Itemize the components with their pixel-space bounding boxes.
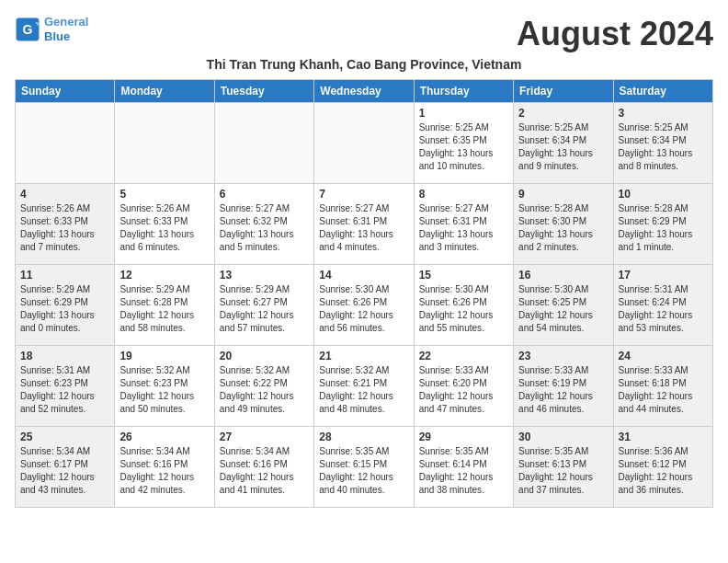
- day-info: Sunrise: 5:29 AMSunset: 6:29 PMDaylight:…: [20, 283, 109, 335]
- logo-text: General Blue: [44, 15, 88, 43]
- day-info: Sunrise: 5:27 AMSunset: 6:31 PMDaylight:…: [319, 202, 408, 254]
- calendar-cell: [314, 103, 414, 184]
- day-number: 28: [319, 431, 408, 443]
- weekday-header-tuesday: Tuesday: [214, 80, 313, 103]
- calendar-cell: 19Sunrise: 5:32 AMSunset: 6:23 PMDayligh…: [115, 346, 214, 427]
- weekday-header-monday: Monday: [115, 80, 214, 103]
- day-number: 8: [419, 188, 508, 201]
- calendar-cell: [115, 103, 214, 184]
- calendar-table: SundayMondayTuesdayWednesdayThursdayFrid…: [15, 79, 713, 508]
- calendar-cell: [214, 103, 313, 184]
- calendar-cell: 7Sunrise: 5:27 AMSunset: 6:31 PMDaylight…: [314, 184, 414, 265]
- day-number: 31: [619, 431, 708, 443]
- day-number: 19: [119, 350, 209, 362]
- logo-line1: General: [44, 15, 88, 29]
- calendar-cell: 14Sunrise: 5:30 AMSunset: 6:26 PMDayligh…: [314, 265, 414, 346]
- calendar-cell: 15Sunrise: 5:30 AMSunset: 6:26 PMDayligh…: [414, 265, 513, 346]
- day-number: 25: [20, 431, 109, 443]
- calendar-cell: 6Sunrise: 5:27 AMSunset: 6:32 PMDaylight…: [214, 184, 313, 265]
- week-row-4: 18Sunrise: 5:31 AMSunset: 6:23 PMDayligh…: [16, 346, 713, 427]
- day-info: Sunrise: 5:34 AMSunset: 6:17 PMDaylight:…: [20, 445, 109, 497]
- day-number: 27: [220, 431, 309, 443]
- calendar-cell: 26Sunrise: 5:34 AMSunset: 6:16 PMDayligh…: [115, 427, 214, 508]
- calendar-cell: 20Sunrise: 5:32 AMSunset: 6:22 PMDayligh…: [214, 346, 313, 427]
- day-info: Sunrise: 5:36 AMSunset: 6:12 PMDaylight:…: [619, 445, 708, 497]
- day-number: 1: [419, 107, 508, 120]
- weekday-header-saturday: Saturday: [613, 80, 712, 103]
- calendar-cell: 22Sunrise: 5:33 AMSunset: 6:20 PMDayligh…: [414, 346, 513, 427]
- day-number: 5: [119, 188, 209, 201]
- calendar-cell: 29Sunrise: 5:35 AMSunset: 6:14 PMDayligh…: [414, 427, 513, 508]
- day-number: 9: [518, 188, 608, 201]
- weekday-header-row: SundayMondayTuesdayWednesdayThursdayFrid…: [16, 80, 713, 103]
- day-number: 11: [20, 269, 109, 282]
- calendar-cell: 11Sunrise: 5:29 AMSunset: 6:29 PMDayligh…: [16, 265, 115, 346]
- day-info: Sunrise: 5:32 AMSunset: 6:23 PMDaylight:…: [119, 364, 209, 416]
- day-number: 24: [619, 350, 708, 362]
- day-info: Sunrise: 5:29 AMSunset: 6:28 PMDaylight:…: [119, 283, 209, 335]
- day-info: Sunrise: 5:28 AMSunset: 6:29 PMDaylight:…: [619, 202, 708, 254]
- day-info: Sunrise: 5:27 AMSunset: 6:31 PMDaylight:…: [419, 202, 508, 254]
- calendar-cell: 10Sunrise: 5:28 AMSunset: 6:29 PMDayligh…: [613, 184, 712, 265]
- day-number: 26: [119, 431, 209, 443]
- day-info: Sunrise: 5:28 AMSunset: 6:30 PMDaylight:…: [518, 202, 608, 254]
- day-number: 2: [518, 107, 608, 120]
- calendar-cell: 12Sunrise: 5:29 AMSunset: 6:28 PMDayligh…: [115, 265, 214, 346]
- day-number: 16: [518, 269, 608, 282]
- day-number: 3: [619, 107, 708, 120]
- day-info: Sunrise: 5:34 AMSunset: 6:16 PMDaylight:…: [220, 445, 309, 497]
- day-number: 13: [220, 269, 309, 282]
- day-number: 6: [220, 188, 309, 201]
- calendar-cell: 4Sunrise: 5:26 AMSunset: 6:33 PMDaylight…: [16, 184, 115, 265]
- weekday-header-wednesday: Wednesday: [314, 80, 414, 103]
- calendar-cell: 23Sunrise: 5:33 AMSunset: 6:19 PMDayligh…: [514, 346, 613, 427]
- day-number: 4: [20, 188, 109, 201]
- weekday-header-friday: Friday: [514, 80, 613, 103]
- day-number: 21: [319, 350, 408, 362]
- calendar-cell: 30Sunrise: 5:35 AMSunset: 6:13 PMDayligh…: [514, 427, 613, 508]
- day-info: Sunrise: 5:30 AMSunset: 6:26 PMDaylight:…: [419, 283, 508, 335]
- calendar-cell: [16, 103, 115, 184]
- logo-line2: Blue: [44, 29, 70, 43]
- day-info: Sunrise: 5:34 AMSunset: 6:16 PMDaylight:…: [119, 445, 209, 497]
- weekday-header-thursday: Thursday: [414, 80, 513, 103]
- day-number: 20: [220, 350, 309, 362]
- day-info: Sunrise: 5:31 AMSunset: 6:24 PMDaylight:…: [619, 283, 708, 335]
- day-info: Sunrise: 5:31 AMSunset: 6:23 PMDaylight:…: [20, 364, 109, 416]
- day-info: Sunrise: 5:25 AMSunset: 6:34 PMDaylight:…: [619, 121, 708, 173]
- day-number: 18: [20, 350, 109, 362]
- day-info: Sunrise: 5:27 AMSunset: 6:32 PMDaylight:…: [220, 202, 309, 254]
- calendar-cell: 16Sunrise: 5:30 AMSunset: 6:25 PMDayligh…: [514, 265, 613, 346]
- month-title: August 2024: [517, 15, 713, 53]
- day-number: 7: [319, 188, 408, 201]
- day-info: Sunrise: 5:32 AMSunset: 6:22 PMDaylight:…: [220, 364, 309, 416]
- day-number: 30: [518, 431, 608, 443]
- svg-text:G: G: [23, 21, 33, 36]
- day-number: 12: [119, 269, 209, 282]
- calendar-cell: 9Sunrise: 5:28 AMSunset: 6:30 PMDaylight…: [514, 184, 613, 265]
- week-row-2: 4Sunrise: 5:26 AMSunset: 6:33 PMDaylight…: [16, 184, 713, 265]
- logo-icon: G: [15, 17, 40, 42]
- week-row-1: 1Sunrise: 5:25 AMSunset: 6:35 PMDaylight…: [16, 103, 713, 184]
- week-row-5: 25Sunrise: 5:34 AMSunset: 6:17 PMDayligh…: [16, 427, 713, 508]
- calendar-cell: 28Sunrise: 5:35 AMSunset: 6:15 PMDayligh…: [314, 427, 414, 508]
- day-info: Sunrise: 5:29 AMSunset: 6:27 PMDaylight:…: [220, 283, 309, 335]
- day-info: Sunrise: 5:33 AMSunset: 6:18 PMDaylight:…: [619, 364, 708, 416]
- calendar-cell: 27Sunrise: 5:34 AMSunset: 6:16 PMDayligh…: [214, 427, 313, 508]
- day-info: Sunrise: 5:35 AMSunset: 6:13 PMDaylight:…: [518, 445, 608, 497]
- day-info: Sunrise: 5:26 AMSunset: 6:33 PMDaylight:…: [20, 202, 109, 254]
- calendar-cell: 8Sunrise: 5:27 AMSunset: 6:31 PMDaylight…: [414, 184, 513, 265]
- day-info: Sunrise: 5:33 AMSunset: 6:20 PMDaylight:…: [419, 364, 508, 416]
- day-number: 17: [619, 269, 708, 282]
- day-info: Sunrise: 5:26 AMSunset: 6:33 PMDaylight:…: [119, 202, 209, 254]
- calendar-cell: 3Sunrise: 5:25 AMSunset: 6:34 PMDaylight…: [613, 103, 712, 184]
- calendar-cell: 13Sunrise: 5:29 AMSunset: 6:27 PMDayligh…: [214, 265, 313, 346]
- day-number: 14: [319, 269, 408, 282]
- calendar-cell: 1Sunrise: 5:25 AMSunset: 6:35 PMDaylight…: [414, 103, 513, 184]
- day-number: 29: [419, 431, 508, 443]
- calendar-cell: 5Sunrise: 5:26 AMSunset: 6:33 PMDaylight…: [115, 184, 214, 265]
- day-info: Sunrise: 5:35 AMSunset: 6:14 PMDaylight:…: [419, 445, 508, 497]
- calendar-subtitle: Thi Tran Trung Khanh, Cao Bang Province,…: [15, 57, 713, 72]
- calendar-cell: 17Sunrise: 5:31 AMSunset: 6:24 PMDayligh…: [613, 265, 712, 346]
- calendar-cell: 31Sunrise: 5:36 AMSunset: 6:12 PMDayligh…: [613, 427, 712, 508]
